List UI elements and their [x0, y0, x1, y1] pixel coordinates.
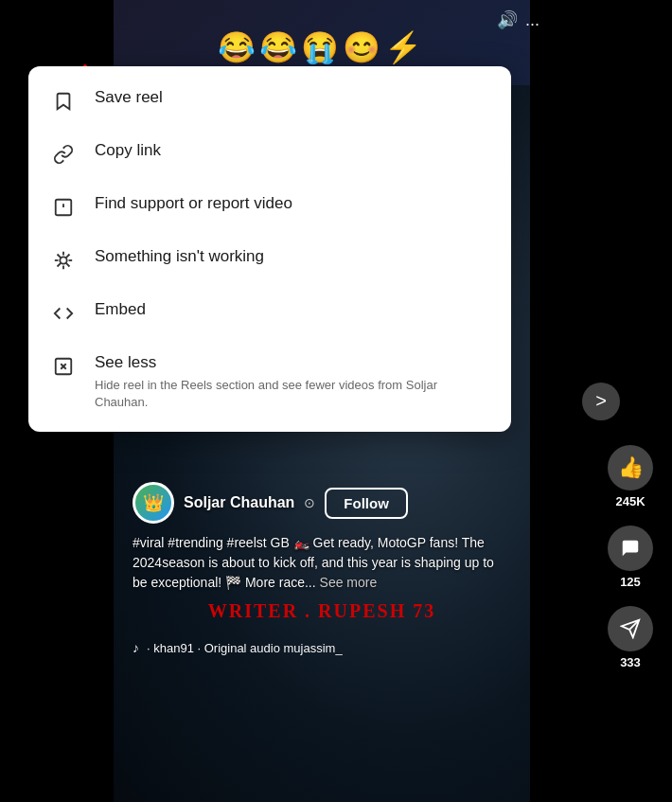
like-count: 245K [615, 494, 645, 508]
see-more-link[interactable]: See more [320, 575, 378, 590]
share-button[interactable]: 333 [608, 606, 653, 669]
not-working-text-block: Something isn't working [95, 246, 264, 267]
report-icon [51, 195, 76, 220]
comment-count: 125 [620, 575, 641, 589]
context-menu: Save reel Copy link Find support or repo… [28, 66, 511, 432]
video-controls-top: 🔊 ... [497, 9, 539, 30]
reel-caption: #viral #trending #reelst GB 🏍️ Get ready… [133, 533, 511, 593]
bookmark-icon [51, 89, 76, 114]
follow-button[interactable]: Follow [325, 488, 408, 519]
menu-item-copy-link[interactable]: Copy link [28, 127, 511, 180]
audio-text[interactable]: · khan91 · Original audio mujassim_ [147, 641, 343, 655]
avatar-emoji: 👑 [143, 492, 164, 513]
nav-arrow-right[interactable]: > [582, 383, 620, 420]
verified-icon: ⊙ [304, 495, 315, 510]
watermark-text: WRITER . RUPESH 73 [133, 600, 511, 622]
report-label: Find support or report video [95, 193, 292, 214]
menu-item-save-reel[interactable]: Save reel [28, 74, 511, 127]
like-button[interactable]: 👍 245K [608, 445, 653, 508]
comment-icon [608, 526, 653, 571]
right-actions: 👍 245K 125 333 [608, 445, 653, 669]
embed-label: Embed [95, 299, 146, 320]
see-less-label: See less [95, 352, 454, 373]
username[interactable]: Soljar Chauhan [184, 494, 294, 511]
x-square-icon [51, 354, 76, 379]
see-less-sublabel: Hide reel in the Reels section and see f… [95, 377, 454, 411]
menu-item-report[interactable]: Find support or report video [28, 180, 511, 233]
avatar[interactable]: 👑 [133, 482, 174, 524]
user-row: 👑 Soljar Chauhan ⊙ Follow [133, 482, 511, 524]
report-text-block: Find support or report video [95, 193, 292, 214]
volume-icon[interactable]: 🔊 [497, 9, 518, 30]
see-less-text-block: See less Hide reel in the Reels section … [95, 352, 454, 411]
link-icon [51, 142, 76, 167]
share-icon [608, 606, 653, 651]
right-chevron-icon: > [595, 390, 607, 412]
caption-text: #viral #trending #reelst GB 🏍️ Get ready… [133, 535, 494, 590]
save-reel-text-block: Save reel [95, 87, 163, 108]
bug-icon [51, 248, 76, 273]
save-reel-label: Save reel [95, 87, 163, 108]
share-count: 333 [620, 655, 641, 669]
menu-item-embed[interactable]: Embed [28, 286, 511, 339]
copy-link-label: Copy link [95, 140, 161, 161]
copy-link-text-block: Copy link [95, 140, 161, 161]
top-emojis: 😂😂😭😊⚡ [218, 29, 426, 65]
not-working-label: Something isn't working [95, 246, 264, 267]
menu-item-see-less[interactable]: See less Hide reel in the Reels section … [28, 339, 511, 424]
more-options-icon[interactable]: ... [525, 10, 539, 30]
svg-point-5 [60, 257, 66, 263]
like-icon: 👍 [608, 445, 653, 490]
audio-note-icon: ♪ [133, 640, 139, 655]
audio-bar: ♪ · khan91 · Original audio mujassim_ [114, 640, 530, 655]
embed-text-block: Embed [95, 299, 146, 320]
menu-item-not-working[interactable]: Something isn't working [28, 233, 511, 286]
code-icon [51, 301, 76, 326]
user-info-bar: 👑 Soljar Chauhan ⊙ Follow #viral #trendi… [114, 482, 530, 622]
comment-button[interactable]: 125 [608, 526, 653, 589]
